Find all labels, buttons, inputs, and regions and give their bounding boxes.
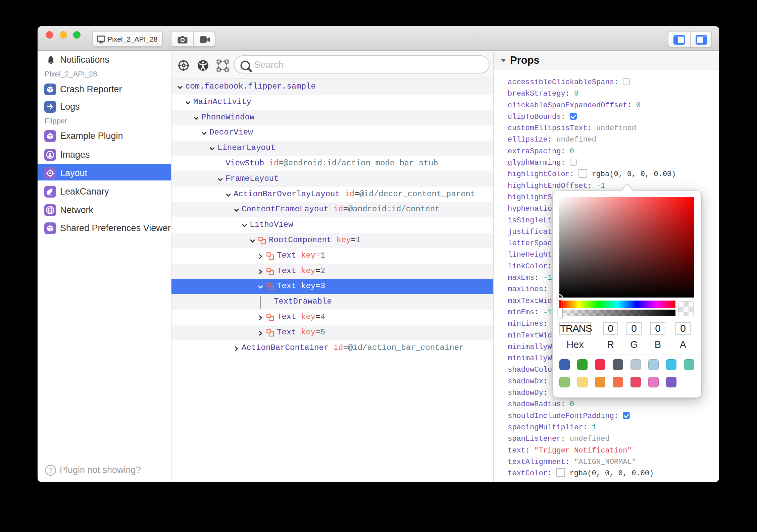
svg-text:?: ? xyxy=(49,467,53,474)
